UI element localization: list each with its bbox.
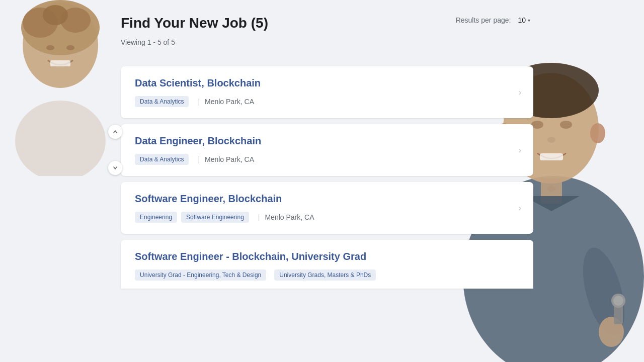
job-meta-2: Data & Analytics | Menlo Park, CA (135, 154, 519, 165)
job-card-4[interactable]: Software Engineer - Blockchain, Universi… (121, 240, 533, 289)
job-meta-3: Engineering Software Engineering | Menlo… (135, 212, 519, 223)
job-title-1: Data Scientist, Blockchain (135, 77, 519, 89)
results-header: Find Your New Job (5) Viewing 1 - 5 of 5… (121, 15, 533, 56)
job-card-3[interactable]: Software Engineer, Blockchain Engineerin… (121, 182, 533, 234)
person-left-image (0, 0, 111, 176)
location-3: Menlo Park, CA (265, 213, 314, 221)
svg-point-6 (66, 45, 74, 50)
results-per-page-label: Results per page: (456, 16, 511, 24)
job-card-1[interactable]: Data Scientist, Blockchain Data & Analyt… (121, 66, 533, 118)
tag-engineering: Engineering (135, 212, 177, 223)
job-title-2: Data Engineer, Blockchain (135, 135, 519, 147)
viewing-info: Viewing 1 - 5 of 5 (121, 38, 268, 46)
job-title-4: Software Engineer - Blockchain, Universi… (135, 251, 519, 262)
chevron-right-icon-3: › (519, 204, 521, 213)
chevron-right-icon-2: › (519, 146, 521, 155)
chevron-down-icon: ▾ (528, 18, 530, 23)
svg-point-8 (15, 101, 106, 176)
divider-3: | (258, 213, 260, 221)
page-title: Find Your New Job (5) (121, 15, 268, 31)
svg-point-4 (43, 5, 68, 25)
nav-arrow-up[interactable] (108, 125, 122, 139)
job-card-2[interactable]: Data Engineer, Blockchain Data & Analyti… (121, 124, 533, 176)
jobs-list: Data Scientist, Blockchain Data & Analyt… (121, 66, 533, 289)
divider-2: | (198, 155, 200, 163)
divider-1: | (198, 98, 200, 106)
svg-point-13 (590, 123, 605, 143)
svg-point-5 (46, 45, 54, 50)
svg-rect-17 (540, 153, 563, 160)
svg-point-23 (613, 296, 623, 306)
job-meta-4: University Grad - Engineering, Tech & De… (135, 269, 519, 281)
svg-rect-7 (50, 60, 70, 66)
per-page-value: 10 (518, 16, 526, 24)
job-title-3: Software Engineer, Blockchain (135, 193, 519, 205)
tag-data-analytics-2: Data & Analytics (135, 154, 189, 165)
per-page-dropdown[interactable]: 10 ▾ (515, 15, 533, 25)
tag-software-engineering: Software Engineering (181, 212, 249, 223)
location-2: Menlo Park, CA (205, 155, 254, 163)
svg-point-15 (560, 121, 572, 129)
nav-arrow-down[interactable] (108, 161, 122, 175)
job-meta-1: Data & Analytics | Menlo Park, CA (135, 96, 519, 107)
main-content: Find Your New Job (5) Viewing 1 - 5 of 5… (121, 15, 533, 289)
location-1: Menlo Park, CA (205, 98, 254, 106)
svg-point-24 (547, 186, 555, 192)
tag-university-grad-engineering: University Grad - Engineering, Tech & De… (135, 269, 266, 281)
tag-university-grads-masters: University Grads, Masters & PhDs (274, 269, 376, 281)
svg-point-16 (547, 137, 555, 143)
results-per-page-control[interactable]: Results per page: 10 ▾ (456, 15, 533, 25)
tag-data-analytics-1: Data & Analytics (135, 96, 189, 107)
chevron-right-icon-1: › (519, 88, 521, 97)
